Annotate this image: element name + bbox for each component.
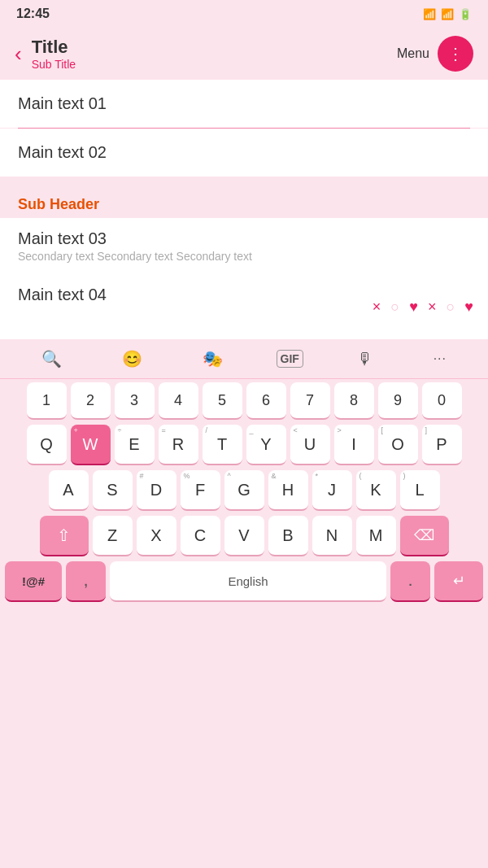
key-e[interactable]: ÷ E (115, 425, 155, 465)
key-1[interactable]: 1 (27, 382, 67, 420)
keyboard-row-3: ⇧ Z X C V B N M ⌫ (5, 516, 483, 556)
menu-label[interactable]: Menu (397, 46, 429, 61)
key-9[interactable]: 9 (378, 382, 418, 420)
key-k-main: K (370, 482, 381, 498)
more-dots-icon: ⋮ (447, 46, 464, 62)
signal-icon: 📶 (441, 8, 454, 20)
key-u[interactable]: < U (290, 425, 330, 465)
list-item-3: Main text 03 Secondary text Secondary te… (0, 218, 488, 274)
key-i-sub: > (338, 427, 342, 434)
sub-header-text: Sub Header (18, 196, 99, 212)
key-b[interactable]: B (268, 516, 308, 556)
key-3[interactable]: 3 (115, 382, 155, 420)
kb-more-button[interactable]: ··· (427, 348, 453, 369)
key-g[interactable]: ^ G (224, 470, 264, 511)
app-bar-left: ‹ Title Sub Title (15, 37, 76, 71)
sticker-overlay: × ○ ♥ × ○ ♥ (277, 274, 488, 339)
keyboard-row-1: Q + W ÷ E = R / T _ Y < U > I (5, 425, 483, 465)
key-r[interactable]: = R (159, 425, 198, 465)
key-g-main: G (237, 482, 251, 498)
key-y[interactable]: _ Y (246, 425, 286, 465)
key-q[interactable]: Q (27, 425, 67, 465)
key-o-sub: [ (381, 427, 384, 434)
list-item-2: Main text 02 (0, 129, 488, 177)
key-t-sub: / (206, 427, 208, 434)
key-d-sub: # (140, 473, 144, 480)
key-j-sub: * (316, 473, 319, 480)
app-bar: ‹ Title Sub Title Menu ⋮ (0, 28, 488, 80)
key-i-main: I (351, 436, 356, 452)
key-2[interactable]: 2 (71, 382, 111, 420)
content-area: Main text 01 Main text 02 Sub Header Mai… (0, 80, 488, 339)
key-n[interactable]: N (312, 516, 352, 556)
key-p-sub: ] (425, 427, 428, 434)
status-icons: 📶 📶 🔋 (423, 8, 472, 20)
key-i[interactable]: > I (334, 425, 374, 465)
key-r-sub: = (162, 427, 166, 434)
space-key[interactable]: English (110, 561, 386, 602)
key-w[interactable]: + W (71, 425, 111, 465)
list-item-3-main: Main text 03 (18, 229, 470, 248)
sticker-heart2: ♥ (464, 299, 473, 316)
comma-key[interactable]: , (66, 561, 106, 602)
key-8[interactable]: 8 (334, 382, 374, 420)
key-r-main: R (172, 436, 184, 452)
key-6[interactable]: 6 (246, 382, 286, 420)
sub-header: Sub Header (0, 185, 488, 218)
period-key[interactable]: . (390, 561, 430, 602)
key-f-sub: % (184, 473, 190, 480)
key-p[interactable]: ] P (422, 425, 462, 465)
key-f[interactable]: % F (181, 470, 220, 511)
key-p-main: P (436, 436, 447, 452)
enter-key[interactable]: ↵ (434, 561, 483, 602)
battery-icon: 🔋 (459, 8, 472, 20)
key-0[interactable]: 0 (422, 382, 462, 420)
key-n-main: N (326, 527, 338, 543)
key-5[interactable]: 5 (203, 382, 242, 420)
key-7[interactable]: 7 (290, 382, 330, 420)
key-o-main: O (391, 436, 404, 452)
more-button[interactable]: ⋮ (438, 36, 473, 72)
key-z[interactable]: Z (93, 516, 133, 556)
sym-key[interactable]: !@# (5, 561, 62, 602)
kb-gif-button[interactable]: GIF (277, 350, 303, 368)
key-v[interactable]: V (224, 516, 264, 556)
back-button[interactable]: ‹ (15, 41, 22, 67)
key-o[interactable]: [ O (378, 425, 418, 465)
key-m[interactable]: M (356, 516, 396, 556)
kb-sticker-button[interactable]: 🎭 (196, 346, 229, 372)
key-l[interactable]: ) L (400, 470, 440, 511)
key-y-main: Y (260, 436, 271, 452)
key-l-main: L (415, 482, 424, 498)
key-h[interactable]: & H (268, 470, 308, 511)
backspace-key[interactable]: ⌫ (400, 516, 449, 556)
key-j[interactable]: * J (312, 470, 352, 511)
kb-search-button[interactable]: 🔍 (35, 346, 68, 372)
list-item-4-text: Main text 04 (18, 286, 107, 303)
list-item-1-text: Main text 01 (18, 94, 107, 112)
key-s[interactable]: S (93, 470, 133, 511)
key-d[interactable]: # D (137, 470, 176, 511)
kb-mic-button[interactable]: 🎙 (351, 347, 380, 372)
kb-emoji-button[interactable]: 😊 (115, 346, 149, 372)
key-z-main: Z (107, 527, 117, 543)
key-c-main: C (194, 527, 206, 543)
key-k[interactable]: ( K (356, 470, 396, 511)
shift-key[interactable]: ⇧ (40, 516, 89, 556)
list-item-3-secondary: Secondary text Secondary text Secondary … (18, 250, 470, 263)
key-w-sub: + (74, 427, 78, 434)
sticker-heart1: ♥ (409, 299, 418, 316)
key-a[interactable]: A (49, 470, 89, 511)
key-u-main: U (304, 436, 316, 452)
key-4[interactable]: 4 (159, 382, 198, 420)
app-title: Title (32, 37, 76, 58)
key-t[interactable]: / T (203, 425, 242, 465)
app-subtitle: Sub Title (32, 58, 76, 71)
list-gap-1 (0, 177, 488, 185)
wifi-icon: 📶 (423, 8, 436, 20)
keyboard-bottom-row: !@# , English . ↵ (5, 561, 483, 602)
key-c[interactable]: C (181, 516, 220, 556)
key-q-main: Q (40, 436, 53, 452)
sticker-x1: × (373, 299, 381, 316)
key-x[interactable]: X (137, 516, 176, 556)
